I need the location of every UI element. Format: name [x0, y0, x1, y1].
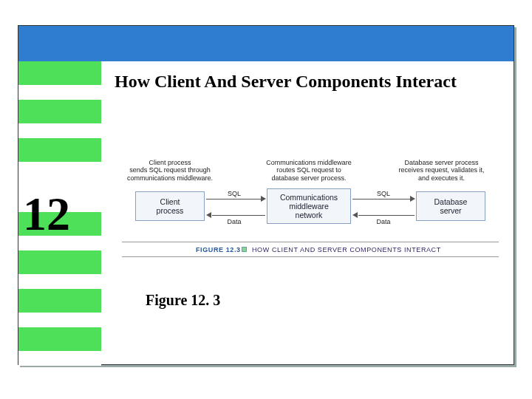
arrow-label: SQL: [219, 190, 249, 197]
header-bar: [18, 26, 514, 61]
arrow-line: [206, 199, 261, 200]
box-dbserver: Databaseserver: [416, 191, 485, 221]
stripe-decor: [18, 250, 101, 274]
figure-rule: [122, 256, 499, 257]
box-middleware: Communicationsmiddlewarenetwork: [267, 188, 351, 224]
arrow-left-icon: [206, 212, 211, 218]
stripe-decor: [18, 138, 101, 162]
chapter-number: 12: [23, 187, 70, 242]
stripe-decor: [18, 327, 101, 351]
side-column: 12: [18, 61, 101, 366]
arrow-label: Data: [219, 218, 249, 225]
slide-frame: 12 How Client And Server Components Inte…: [18, 25, 514, 365]
col-header: Communications middlewareroutes SQL requ…: [246, 159, 372, 182]
slide-title: How Client And Server Components Interac…: [115, 72, 457, 92]
arrow-right-icon: [261, 196, 266, 202]
interaction-diagram: Client processsends SQL request throughc…: [122, 159, 499, 259]
figure-bullet-icon: [242, 247, 247, 252]
arrow-line: [358, 215, 415, 216]
arrow-line: [352, 199, 410, 200]
arrow-right-icon: [410, 196, 415, 202]
figure-caption: Figure 12. 3: [146, 292, 220, 309]
figure-ref: FIGURE 12.3: [196, 246, 241, 253]
arrow-left-icon: [352, 212, 358, 218]
box-client: Clientprocess: [135, 191, 205, 221]
arrow-label: SQL: [369, 190, 398, 197]
arrow-label: Data: [369, 218, 398, 225]
col-header: Database server processreceives request,…: [381, 159, 502, 182]
stripe-decor: [18, 61, 101, 85]
col-header: Client processsends SQL request throughc…: [115, 159, 225, 182]
figure-inner-title: How Client and Server Components Interac…: [252, 246, 441, 253]
arrow-line: [212, 215, 265, 216]
stripe-decor: [18, 100, 101, 123]
figure-rule: [122, 242, 499, 242]
stripe-decor: [18, 289, 101, 313]
